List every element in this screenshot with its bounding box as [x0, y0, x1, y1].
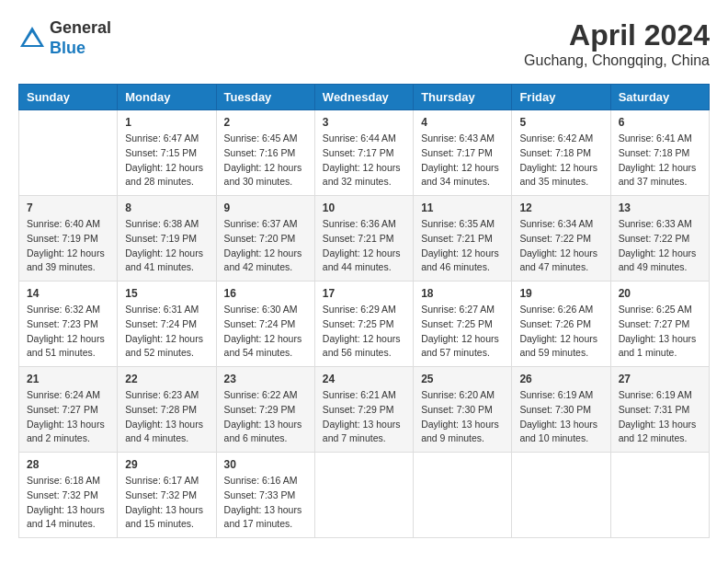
calendar-cell: 20Sunrise: 6:25 AMSunset: 7:27 PMDayligh…: [610, 282, 709, 367]
day-info: Sunrise: 6:33 AMSunset: 7:22 PMDaylight:…: [619, 217, 701, 275]
calendar-cell: 3Sunrise: 6:44 AMSunset: 7:17 PMDaylight…: [314, 110, 413, 196]
calendar-cell: 19Sunrise: 6:26 AMSunset: 7:26 PMDayligh…: [512, 282, 610, 367]
calendar-cell: 9Sunrise: 6:37 AMSunset: 7:20 PMDaylight…: [216, 196, 314, 282]
day-number: 17: [323, 287, 405, 300]
day-info: Sunrise: 6:18 AMSunset: 7:32 PMDaylight:…: [27, 474, 109, 532]
calendar-cell: 24Sunrise: 6:21 AMSunset: 7:29 PMDayligh…: [314, 367, 413, 453]
logo-icon: [18, 25, 46, 52]
calendar-cell: 10Sunrise: 6:36 AMSunset: 7:21 PMDayligh…: [314, 196, 413, 282]
logo: General Blue: [18, 18, 111, 58]
day-number: 19: [519, 287, 602, 300]
calendar-cell: 25Sunrise: 6:20 AMSunset: 7:30 PMDayligh…: [414, 367, 512, 453]
calendar-cell: 22Sunrise: 6:23 AMSunset: 7:28 PMDayligh…: [118, 367, 216, 453]
day-number: 13: [619, 201, 701, 214]
day-number: 21: [27, 373, 109, 385]
day-info: Sunrise: 6:42 AMSunset: 7:18 PMDaylight:…: [519, 132, 602, 190]
calendar-cell: 16Sunrise: 6:30 AMSunset: 7:24 PMDayligh…: [216, 282, 314, 367]
location: Guchang, Chongqing, China: [524, 52, 710, 69]
day-info: Sunrise: 6:27 AMSunset: 7:25 PMDaylight:…: [421, 303, 504, 361]
day-number: 9: [224, 201, 307, 214]
calendar-header-friday: Friday: [512, 85, 610, 110]
day-info: Sunrise: 6:19 AMSunset: 7:30 PMDaylight:…: [519, 388, 602, 446]
day-number: 26: [519, 373, 602, 385]
day-info: Sunrise: 6:25 AMSunset: 7:27 PMDaylight:…: [619, 303, 701, 361]
calendar-cell: 21Sunrise: 6:24 AMSunset: 7:27 PMDayligh…: [19, 367, 118, 453]
day-number: 10: [323, 201, 405, 214]
calendar-cell: 7Sunrise: 6:40 AMSunset: 7:19 PMDaylight…: [19, 196, 118, 282]
calendar-cell: 17Sunrise: 6:29 AMSunset: 7:25 PMDayligh…: [314, 282, 413, 367]
day-number: 11: [421, 201, 504, 214]
day-number: 14: [27, 287, 109, 300]
day-info: Sunrise: 6:17 AMSunset: 7:32 PMDaylight:…: [125, 474, 208, 532]
day-info: Sunrise: 6:23 AMSunset: 7:28 PMDaylight:…: [125, 388, 208, 446]
calendar-header-thursday: Thursday: [414, 85, 512, 110]
calendar-header-row: SundayMondayTuesdayWednesdayThursdayFrid…: [19, 85, 710, 110]
calendar-header-tuesday: Tuesday: [216, 85, 314, 110]
day-info: Sunrise: 6:44 AMSunset: 7:17 PMDaylight:…: [323, 132, 405, 190]
day-number: 28: [27, 458, 109, 471]
calendar-header-sunday: Sunday: [19, 85, 118, 110]
calendar-cell: 30Sunrise: 6:16 AMSunset: 7:33 PMDayligh…: [216, 453, 314, 538]
day-number: 18: [421, 287, 504, 300]
day-info: Sunrise: 6:37 AMSunset: 7:20 PMDaylight:…: [224, 217, 307, 275]
calendar-header-wednesday: Wednesday: [314, 85, 413, 110]
page-header: General Blue April 2024 Guchang, Chongqi…: [18, 18, 710, 69]
day-info: Sunrise: 6:30 AMSunset: 7:24 PMDaylight:…: [224, 303, 307, 361]
day-info: Sunrise: 6:32 AMSunset: 7:23 PMDaylight:…: [27, 303, 109, 361]
calendar-week-row: 21Sunrise: 6:24 AMSunset: 7:27 PMDayligh…: [19, 367, 710, 453]
day-info: Sunrise: 6:47 AMSunset: 7:15 PMDaylight:…: [125, 132, 208, 190]
day-number: 6: [619, 116, 701, 129]
calendar-cell: 18Sunrise: 6:27 AMSunset: 7:25 PMDayligh…: [414, 282, 512, 367]
calendar-cell: 11Sunrise: 6:35 AMSunset: 7:21 PMDayligh…: [414, 196, 512, 282]
day-info: Sunrise: 6:41 AMSunset: 7:18 PMDaylight:…: [619, 132, 701, 190]
calendar-week-row: 14Sunrise: 6:32 AMSunset: 7:23 PMDayligh…: [19, 282, 710, 367]
day-number: 20: [619, 287, 701, 300]
logo-blue: Blue: [50, 39, 111, 59]
calendar-cell: [414, 453, 512, 538]
calendar-cell: 27Sunrise: 6:19 AMSunset: 7:31 PMDayligh…: [610, 367, 709, 453]
calendar-header-monday: Monday: [118, 85, 216, 110]
day-number: 7: [27, 201, 109, 214]
day-info: Sunrise: 6:38 AMSunset: 7:19 PMDaylight:…: [125, 217, 208, 275]
calendar-cell: 12Sunrise: 6:34 AMSunset: 7:22 PMDayligh…: [512, 196, 610, 282]
day-number: 1: [125, 116, 208, 129]
day-info: Sunrise: 6:26 AMSunset: 7:26 PMDaylight:…: [519, 303, 602, 361]
calendar-cell: 6Sunrise: 6:41 AMSunset: 7:18 PMDaylight…: [610, 110, 709, 196]
day-number: 22: [125, 373, 208, 385]
calendar-cell: [314, 453, 413, 538]
day-info: Sunrise: 6:31 AMSunset: 7:24 PMDaylight:…: [125, 303, 208, 361]
day-info: Sunrise: 6:36 AMSunset: 7:21 PMDaylight:…: [323, 217, 405, 275]
day-info: Sunrise: 6:24 AMSunset: 7:27 PMDaylight:…: [27, 388, 109, 446]
calendar-cell: 13Sunrise: 6:33 AMSunset: 7:22 PMDayligh…: [610, 196, 709, 282]
calendar-header-saturday: Saturday: [610, 85, 709, 110]
day-info: Sunrise: 6:16 AMSunset: 7:33 PMDaylight:…: [224, 474, 307, 532]
calendar-week-row: 7Sunrise: 6:40 AMSunset: 7:19 PMDaylight…: [19, 196, 710, 282]
calendar-cell: 14Sunrise: 6:32 AMSunset: 7:23 PMDayligh…: [19, 282, 118, 367]
day-number: 3: [323, 116, 405, 129]
day-number: 15: [125, 287, 208, 300]
calendar-week-row: 1Sunrise: 6:47 AMSunset: 7:15 PMDaylight…: [19, 110, 710, 196]
day-number: 12: [519, 201, 602, 214]
day-info: Sunrise: 6:19 AMSunset: 7:31 PMDaylight:…: [619, 388, 701, 446]
title-block: April 2024 Guchang, Chongqing, China: [524, 18, 710, 69]
calendar-cell: 5Sunrise: 6:42 AMSunset: 7:18 PMDaylight…: [512, 110, 610, 196]
day-info: Sunrise: 6:21 AMSunset: 7:29 PMDaylight:…: [323, 388, 405, 446]
month-year: April 2024: [524, 18, 710, 52]
day-number: 5: [519, 116, 602, 129]
day-number: 25: [421, 373, 504, 385]
day-info: Sunrise: 6:43 AMSunset: 7:17 PMDaylight:…: [421, 132, 504, 190]
day-info: Sunrise: 6:45 AMSunset: 7:16 PMDaylight:…: [224, 132, 307, 190]
calendar-cell: 1Sunrise: 6:47 AMSunset: 7:15 PMDaylight…: [118, 110, 216, 196]
day-number: 30: [224, 458, 307, 471]
calendar-week-row: 28Sunrise: 6:18 AMSunset: 7:32 PMDayligh…: [19, 453, 710, 538]
logo-text: General Blue: [50, 18, 111, 58]
day-info: Sunrise: 6:34 AMSunset: 7:22 PMDaylight:…: [519, 217, 602, 275]
day-number: 8: [125, 201, 208, 214]
day-number: 24: [323, 373, 405, 385]
calendar-table: SundayMondayTuesdayWednesdayThursdayFrid…: [18, 84, 710, 538]
calendar-cell: 23Sunrise: 6:22 AMSunset: 7:29 PMDayligh…: [216, 367, 314, 453]
day-number: 29: [125, 458, 208, 471]
day-info: Sunrise: 6:40 AMSunset: 7:19 PMDaylight:…: [27, 217, 109, 275]
calendar-cell: 26Sunrise: 6:19 AMSunset: 7:30 PMDayligh…: [512, 367, 610, 453]
day-number: 27: [619, 373, 701, 385]
